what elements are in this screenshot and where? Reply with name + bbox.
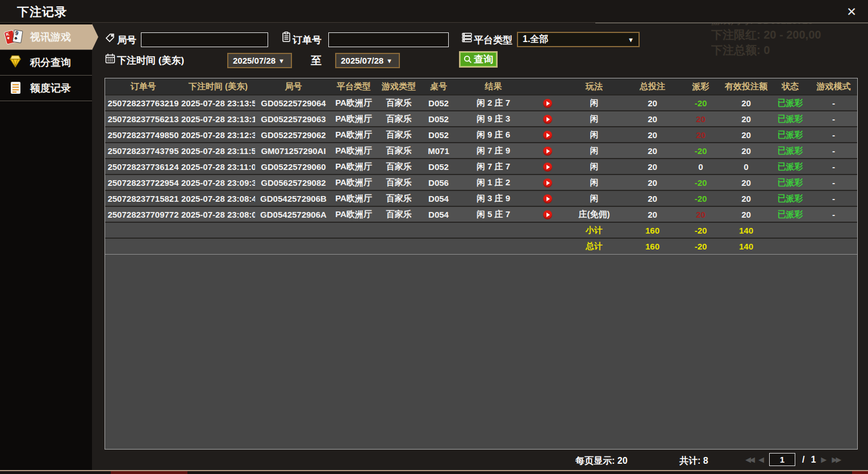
cell-game: 百家乐 [375,127,422,143]
cell-mode: - [810,159,857,174]
cell-time: 2025-07-28 23:13:54 [181,95,255,111]
sidebar-item-points-query[interactable]: 积分查询 [0,50,92,76]
tag-icon [105,32,116,44]
clipboard-icon [281,31,292,43]
cell-round: GD05225729062 [255,127,332,143]
prev-page-icon[interactable]: ◀ [758,455,764,464]
date-to-label: 至 [311,53,322,68]
chevron-down-icon: ▼ [278,57,285,64]
date-to-dropdown[interactable]: 2025/07/28 ▼ [335,53,400,68]
cell-valid-bet: 0 [722,159,770,174]
close-icon[interactable]: ✕ [844,5,859,19]
cell-mode: - [810,143,857,159]
pagination-bar: 每页显示: 20 共计: 8 ◀◀ ◀ 1 / 1 ▶ ▶▶ [92,451,868,471]
query-button[interactable]: 查询 [459,51,498,68]
playing-cards-icon: K♥ 9♣ [4,27,27,47]
cell-table: D052 [422,127,455,143]
platform-type-dropdown[interactable]: 1.全部 ▼ [517,32,640,47]
replay-button[interactable] [543,131,552,140]
last-page-icon[interactable]: ▶▶ [832,455,840,464]
cell-result: 闲 3 庄 9 [455,190,532,206]
replay-button[interactable] [543,194,552,203]
cell-time: 2025-07-28 23:13:12 [181,111,255,127]
titlebar-divider [595,23,868,23]
sidebar: K♥ 9♣ 视讯游戏 积分查询 额度记录 [0,23,92,474]
replay-button[interactable] [543,163,552,172]
platform-stack-icon [461,32,473,43]
play-icon [546,181,550,185]
cell-table: D056 [422,174,455,190]
cell-mode: - [810,95,857,111]
replay-button[interactable] [543,147,552,156]
header-total-bet: 总投注 [625,78,679,95]
cell-mode: - [810,206,857,222]
cell-payout: 20 [679,127,722,143]
cell-valid-bet: 20 [722,95,770,111]
round-number-input[interactable] [141,32,268,47]
cell-platform: PA欧洲厅 [332,95,375,111]
cell-game: 百家乐 [375,190,422,206]
next-page-icon[interactable]: ▶ [821,455,827,464]
background-window-strip [0,471,868,474]
cell-total-bet: 20 [625,206,679,222]
bet-time-label: 下注时间 (美东) [117,54,184,67]
header-payout: 派彩 [679,78,722,95]
play-icon [546,133,550,138]
cell-mode: - [810,174,857,190]
replay-button[interactable] [543,115,552,124]
cell-play: 闲 [563,143,625,159]
sidebar-item-label: 积分查询 [30,56,71,69]
cell-play: 闲 [563,127,625,143]
cell-result: 闲 7 庄 9 [455,143,532,159]
cell-round: GD05625729082 [255,174,332,190]
play-icon [546,117,550,122]
replay-button[interactable] [543,210,552,219]
table-row: 250728237756213 2025-07-28 23:13:12 GD05… [105,111,857,127]
cell-payout: 0 [679,159,722,174]
play-icon [546,213,550,217]
table-row: 250728237749850 2025-07-28 23:12:34 GD05… [105,127,857,143]
dialog-titlebar: 下注记录 [0,0,868,23]
cell-table: D052 [422,95,455,111]
status-badge: 已派彩 [770,190,810,206]
cell-table: D054 [422,206,455,222]
chevron-down-icon: ▼ [628,36,634,43]
replay-button[interactable] [543,99,552,108]
cell-time: 2025-07-28 23:11:55 [181,143,255,159]
replay-button[interactable] [543,178,552,188]
cell-payout: -20 [679,190,722,206]
order-number-input[interactable] [328,32,449,47]
header-valid-bet: 有效投注额 [722,78,770,95]
sidebar-item-video-games[interactable]: K♥ 9♣ 视讯游戏 [0,24,92,50]
table-row: 250728237715821 2025-07-28 23:08:46 GD05… [105,190,857,206]
subtotal-row: 小计 160 -20 140 [105,222,857,238]
page-number-input[interactable]: 1 [769,453,795,466]
per-page-label: 每页显示: 20 [575,455,628,467]
status-badge: 已派彩 [770,159,810,174]
cell-time: 2025-07-28 23:12:34 [181,127,255,143]
cell-round: GD0542572906A [255,206,332,222]
cell-order: 250728237722954 [105,174,181,190]
cell-game: 百家乐 [375,95,422,111]
sidebar-item-label: 视讯游戏 [30,30,71,44]
status-badge: 已派彩 [770,95,810,111]
status-badge: 已派彩 [770,111,810,127]
sidebar-item-quota-records[interactable]: 额度记录 [0,76,92,101]
cell-payout: 20 [679,206,722,222]
cell-platform: PA欧洲厅 [332,190,375,206]
header-replay [532,78,563,95]
cell-time: 2025-07-28 23:08:07 [181,206,255,222]
cell-platform: PA欧洲厅 [332,111,375,127]
calendar-icon [105,53,116,64]
cell-result: 闲 5 庄 7 [455,206,532,222]
main-panel: 局号 订单号 平台类型 1.全部 ▼ 下注时间 (美东) 2025/07/28 … [92,23,868,474]
first-page-icon[interactable]: ◀◀ [745,455,753,464]
subtotal-total-bet: 160 [625,222,679,238]
records-table: 订单号 下注时间 (美东) 局号 平台类型 游戏类型 桌号 结果 玩法 总投注 … [105,78,858,450]
cell-mode: - [810,111,857,127]
cell-platform: PA欧洲厅 [332,159,375,174]
status-badge: 已派彩 [770,127,810,143]
cell-play: 闲 [563,111,625,127]
search-icon [464,55,472,64]
date-from-dropdown[interactable]: 2025/07/28 ▼ [227,53,292,68]
